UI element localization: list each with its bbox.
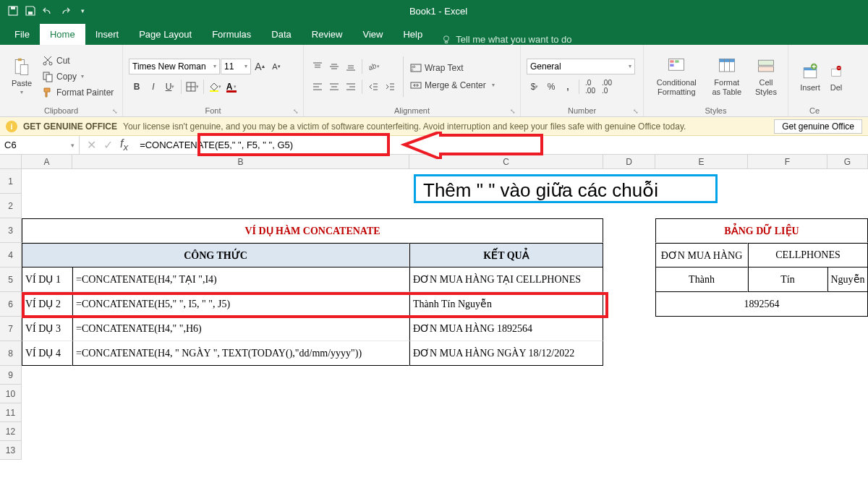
cell-A4[interactable]: CÔNG THỨC — [22, 243, 409, 267]
cut-button[interactable]: Cut — [41, 54, 115, 67]
orientation-button[interactable]: ab▾ — [365, 59, 381, 74]
cell-C6[interactable]: Thành Tín Nguyễn — [409, 292, 603, 317]
cell-F4[interactable]: CELLPHONES — [748, 243, 868, 267]
cell-G5[interactable]: Nguyễn — [827, 267, 868, 292]
cell-B8[interactable]: =CONCATENATE(H4, " NGÀY ", TEXT(TODAY(),… — [72, 341, 409, 366]
tab-formulas[interactable]: Formulas — [202, 24, 261, 45]
select-all-corner[interactable] — [0, 155, 22, 169]
col-header-F[interactable]: F — [748, 155, 827, 169]
italic-button[interactable]: I — [145, 79, 161, 95]
increase-indent-icon[interactable] — [382, 79, 398, 95]
cell-B7[interactable]: =CONCATENATE(H4," ",H6) — [72, 317, 409, 341]
cell-F5[interactable]: Tín — [748, 267, 827, 292]
currency-button[interactable]: $▾ — [527, 79, 542, 95]
font-size-select[interactable]: 11▾ — [221, 59, 251, 74]
row-header-12[interactable]: 12 — [0, 422, 22, 441]
align-top-icon[interactable] — [310, 59, 326, 74]
get-genuine-button[interactable]: Get genuine Office — [774, 119, 862, 134]
tab-view[interactable]: View — [352, 24, 393, 45]
format-painter-button[interactable]: Format Painter — [41, 86, 115, 99]
col-header-E[interactable]: E — [655, 155, 748, 169]
enter-formula-icon[interactable]: ✓ — [103, 138, 113, 152]
format-table-button[interactable]: Format as Table — [707, 55, 747, 97]
decrease-font-icon[interactable]: A▾ — [268, 59, 284, 74]
cell-C8[interactable]: ĐƠN MUA HÀNG NGÀY 18/12/2022 — [409, 341, 603, 366]
cell-A7[interactable]: VÍ DỤ 3 — [22, 317, 72, 341]
insert-cells-button[interactable]: Insert — [794, 60, 826, 93]
row-header-9[interactable]: 9 — [0, 366, 22, 385]
cancel-formula-icon[interactable]: ✕ — [87, 138, 96, 152]
tab-review[interactable]: Review — [302, 24, 353, 45]
copy-button[interactable]: Copy▾ — [41, 70, 115, 83]
tab-data[interactable]: Data — [261, 24, 301, 45]
row-header-7[interactable]: 7 — [0, 317, 22, 341]
autosave-icon[interactable] — [7, 5, 19, 17]
formula-input[interactable]: =CONCATENATE(E5," ", F5, " ", G5) — [135, 140, 868, 151]
tab-page-layout[interactable]: Page Layout — [129, 24, 202, 45]
decrease-decimal-icon[interactable]: .00.0 — [599, 79, 615, 95]
decrease-indent-icon[interactable] — [365, 79, 381, 95]
cell-A8[interactable]: VÍ DỤ 4 — [22, 341, 72, 366]
bold-button[interactable]: B — [129, 79, 145, 95]
cell-E4[interactable]: ĐƠN MUA HÀNG — [655, 243, 748, 267]
fill-color-button[interactable]: ▾ — [207, 79, 223, 95]
row-header-10[interactable]: 10 — [0, 385, 22, 403]
row-header-1[interactable]: 1 — [0, 169, 22, 194]
col-header-A[interactable]: A — [22, 155, 72, 169]
cell-B6[interactable]: =CONCATENATE(H5," ", I5, " ", J5) — [72, 292, 409, 317]
align-bottom-icon[interactable] — [343, 59, 359, 74]
qat-dropdown-icon[interactable]: ▾ — [77, 5, 88, 17]
cell-C7[interactable]: ĐƠN MUA HÀNG 1892564 — [409, 317, 603, 341]
cell-E3[interactable]: BẢNG DỮ LIỆU — [655, 218, 868, 243]
col-header-D[interactable]: D — [603, 155, 655, 169]
row-header-4[interactable]: 4 — [0, 243, 22, 267]
delete-cells-button[interactable]: Del — [829, 60, 843, 93]
increase-decimal-icon[interactable]: .0.00 — [582, 79, 598, 95]
row-header-2[interactable]: 2 — [0, 194, 22, 218]
save-icon[interactable] — [25, 5, 36, 17]
wrap-text-button[interactable]: abcWrap Text — [409, 61, 496, 74]
underline-button[interactable]: U▾ — [162, 79, 178, 95]
cell-A6[interactable]: VÍ DỤ 2 — [22, 292, 72, 317]
row-header-6[interactable]: 6 — [0, 292, 22, 317]
align-right-icon[interactable] — [343, 79, 359, 95]
tab-insert[interactable]: Insert — [85, 24, 129, 45]
cell-C5[interactable]: ĐƠN MUA HÀNG TẠI CELLPHONES — [409, 267, 603, 292]
cell-A5[interactable]: VÍ DỤ 1 — [22, 267, 72, 292]
comma-button[interactable]: , — [560, 79, 576, 95]
cell-styles-button[interactable]: Cell Styles — [750, 55, 782, 97]
col-header-B[interactable]: B — [72, 155, 409, 169]
tab-file[interactable]: File — [4, 24, 40, 45]
tab-home[interactable]: Home — [40, 24, 85, 45]
row-header-3[interactable]: 3 — [0, 218, 22, 243]
cell-C4[interactable]: KẾT QUẢ — [409, 243, 603, 267]
col-header-G[interactable]: G — [827, 155, 868, 169]
merge-center-button[interactable]: Merge & Center▾ — [409, 79, 496, 92]
cell-E5[interactable]: Thành — [655, 267, 748, 292]
cell-E6[interactable]: 1892564 — [655, 292, 868, 317]
row-header-8[interactable]: 8 — [0, 341, 22, 366]
row-header-5[interactable]: 5 — [0, 267, 22, 292]
conditional-formatting-button[interactable]: Conditional Formatting — [650, 55, 704, 97]
align-center-icon[interactable] — [326, 79, 342, 95]
col-header-C[interactable]: C — [409, 155, 603, 169]
align-middle-icon[interactable] — [326, 59, 342, 74]
font-color-button[interactable]: A▾ — [224, 79, 239, 95]
font-name-select[interactable]: Times New Roman▾ — [129, 59, 220, 74]
tab-help[interactable]: Help — [393, 24, 433, 45]
cell-B5[interactable]: =CONCATENATE(H4," TẠI ",I4) — [72, 267, 409, 292]
undo-icon[interactable] — [42, 5, 54, 17]
redo-icon[interactable] — [59, 5, 71, 17]
percent-button[interactable]: % — [543, 79, 559, 95]
row-header-11[interactable]: 11 — [0, 403, 22, 422]
row-header-13[interactable]: 13 — [0, 441, 22, 460]
fx-icon[interactable]: fx — [120, 137, 128, 153]
name-box[interactable]: C6▾ — [0, 136, 80, 154]
borders-button[interactable]: ▾ — [184, 79, 200, 95]
align-left-icon[interactable] — [310, 79, 326, 95]
number-format-select[interactable]: General▾ — [527, 59, 635, 74]
tell-me[interactable]: Tell me what you want to do — [433, 34, 580, 45]
increase-font-icon[interactable]: A▴ — [252, 59, 268, 74]
cell-A3[interactable]: VÍ DỤ HÀM CONCATENATE — [22, 218, 603, 243]
worksheet-grid[interactable]: ABCDEFG 12345678910111213 VÍ DỤ HÀM CONC… — [0, 155, 868, 487]
